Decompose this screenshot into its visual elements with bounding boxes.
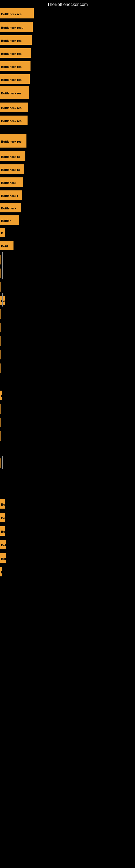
bar-label: B: [0, 228, 5, 237]
bar-line: [0, 431, 1, 441]
bar-label: Bottleneck res: [0, 74, 30, 84]
bar-label: Bottleneck: [0, 203, 21, 212]
bar-label: Bottleneck re: [0, 151, 26, 161]
bar-label: Bottleneck res: [0, 116, 28, 125]
bar-label: Bottleneck r: [0, 190, 22, 200]
bar-row: Bottleneck resu: [0, 22, 33, 32]
bar-label: Bottleneck res: [0, 35, 32, 45]
bar-row: Bottleneck res: [0, 102, 29, 112]
bar-row: [0, 255, 1, 265]
bar-line: [0, 350, 1, 360]
bar-row: Bottleneck res: [0, 116, 28, 125]
bar-line: [0, 309, 1, 319]
bar-label: Bo: [0, 499, 5, 508]
bar-label: Bottleneck res: [0, 86, 29, 99]
bar-line: [0, 269, 1, 278]
bar-row: [0, 323, 1, 332]
bar-label: B: [0, 391, 2, 400]
bar-row: Bottleneck re: [0, 164, 25, 174]
bar-row: Bottleneck res: [0, 86, 30, 99]
bar-label: Bo: [0, 526, 5, 536]
bar-row: Bott: [0, 553, 6, 563]
bar-row: Bottleneck res: [0, 35, 32, 45]
bar-row: Bottleneck res: [0, 48, 32, 58]
bar-row: Bottleneck: [0, 203, 21, 212]
bar-row: [0, 364, 1, 373]
bar-row: [0, 269, 1, 278]
bar-label: Bottleneck res: [0, 61, 31, 71]
vertical-line: [2, 293, 3, 307]
bar-row: Bottleneck: [0, 177, 24, 187]
bar-label: Bottlen: [0, 215, 19, 225]
bar-line: [0, 255, 1, 265]
bar-row: Bottleneck res: [0, 8, 34, 19]
bar-label: Bott: [0, 553, 6, 563]
bar-line: [0, 458, 1, 468]
bar-row: [0, 418, 1, 427]
bar-row: Bo: [0, 526, 5, 536]
vertical-line: [2, 456, 3, 469]
bar-row: [0, 458, 1, 468]
bar-row: Bot: [0, 540, 6, 549]
bar-label: Bottleneck re: [0, 164, 24, 174]
bar-label: Bottleneck res: [0, 102, 28, 112]
bar-label: Bottleneck res: [0, 8, 34, 19]
bar-line: [0, 418, 1, 427]
bar-label: Bottl: [0, 241, 13, 250]
bar-row: [0, 350, 1, 360]
bar-label: Bottleneck resu: [0, 22, 33, 32]
bar-label: Bottleneck res: [0, 134, 27, 148]
bar-row: B: [0, 567, 3, 577]
bar-line: [0, 404, 1, 414]
bar-row: Bo: [0, 513, 5, 522]
bar-row: B: [0, 391, 3, 400]
vertical-line: [2, 252, 3, 279]
bar-row: [0, 309, 1, 319]
bar-label: Bottleneck res: [0, 48, 31, 58]
bar-row: [0, 282, 1, 291]
bar-row: Bottl: [0, 241, 14, 250]
site-title: TheBottlenecker.com: [0, 0, 135, 9]
bar-line: [0, 282, 1, 291]
bar-row: Bottleneck res: [0, 61, 31, 71]
bar-line: [0, 364, 1, 373]
bar-row: [0, 404, 1, 414]
bar-row: Bottleneck r: [0, 190, 23, 200]
bar-row: Bo: [0, 499, 5, 508]
bar-line: [0, 336, 1, 346]
bar-label: B: [0, 567, 2, 577]
bar-label: Bottleneck: [0, 177, 23, 187]
bar-label: Bo: [0, 513, 5, 522]
bar-row: Bottleneck res: [0, 134, 27, 148]
bar-label: Bot: [0, 540, 6, 549]
bar-row: [0, 336, 1, 346]
bar-line: [0, 323, 1, 332]
bar-row: B: [0, 228, 5, 237]
bar-row: [0, 431, 1, 441]
bar-row: Bottlen: [0, 215, 19, 225]
bar-row: Bottleneck re: [0, 151, 26, 161]
bar-row: Bottleneck res: [0, 74, 30, 84]
bar-row: Bo: [0, 296, 5, 305]
